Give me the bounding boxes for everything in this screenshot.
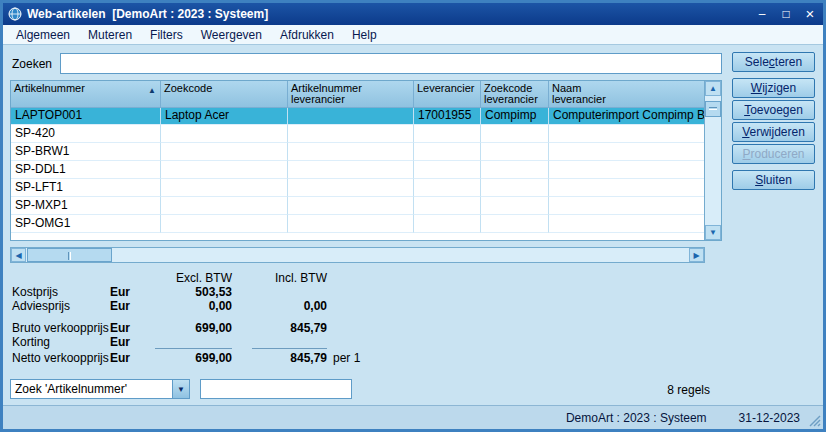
cell-zoekcode <box>161 143 288 161</box>
table-row[interactable]: SP-LFT1 <box>11 179 704 197</box>
cell-zoekcode <box>161 197 288 215</box>
search-label: Zoeken <box>12 57 52 71</box>
scroll-right-icon[interactable]: ▶ <box>689 248 704 262</box>
horizontal-scrollbar[interactable]: ◀ ▶ <box>10 247 705 263</box>
cell-zoekcode-leverancier <box>481 197 549 215</box>
table-row[interactable]: SP-420 <box>11 125 704 143</box>
cell-artikelnummer-leverancier <box>288 125 414 143</box>
dropdown-icon[interactable]: ▼ <box>172 380 189 398</box>
price-label: Netto verkoopprijs <box>12 351 110 365</box>
window-title: Web-artikelen [DemoArt : 2023 : Systeem] <box>27 7 268 21</box>
cell-naam-leverancier <box>549 179 704 197</box>
cell-artikelnummer: SP-MXP1 <box>11 197 161 215</box>
verwijderen-button[interactable]: Verwijderen <box>732 122 815 142</box>
cell-naam-leverancier <box>549 197 704 215</box>
scroll-up-icon[interactable]: ▲ <box>705 81 721 96</box>
cell-artikelnummer-leverancier <box>288 107 414 125</box>
cell-zoekcode <box>161 125 288 143</box>
thumb-grip <box>68 252 71 260</box>
close-icon[interactable]: × <box>802 7 818 21</box>
column-header-artikelnummer-leverancier[interactable]: Artikelnummer leverancier <box>288 81 414 108</box>
status-date: 31-12-2023 <box>739 411 800 425</box>
korting-excl-field[interactable] <box>155 336 232 349</box>
table-row[interactable]: SP-OMG1 <box>11 215 704 233</box>
cell-naam-leverancier: Computerimport Compimp B.V. <box>549 107 704 125</box>
status-context: DemoArt : 2023 : Systeem <box>566 411 707 425</box>
minimize-icon[interactable]: – <box>754 7 770 21</box>
cell-naam-leverancier <box>549 143 704 161</box>
cell-artikelnummer: SP-OMG1 <box>11 215 161 233</box>
column-header-leverancier[interactable]: Leverancier <box>414 81 481 108</box>
price-header-row: Excl. BTW Incl. BTW <box>12 269 432 285</box>
cell-artikelnummer-leverancier <box>288 197 414 215</box>
client-area: Zoeken Selecteren Wijzigen Toevoegen Ver… <box>3 45 823 429</box>
currency-label: Eur <box>110 351 155 365</box>
price-label: Bruto verkoopprijs <box>12 321 110 335</box>
price-excl-value: 699,00 <box>155 351 232 365</box>
row-count-label: 8 regels <box>667 383 710 397</box>
menu-afdrukken[interactable]: Afdrukken <box>271 26 343 44</box>
column-header-naam-leverancier[interactable]: Naam leverancier <box>549 81 704 108</box>
vertical-scrollbar-thumb[interactable] <box>705 101 721 117</box>
cell-artikelnummer-leverancier <box>288 215 414 233</box>
resize-grip[interactable] <box>808 414 821 427</box>
price-row-bruto-verkoopprijs: Bruto verkoopprijs Eur 699,00 845,79 <box>12 321 432 335</box>
price-row-korting: Korting Eur <box>12 335 432 349</box>
currency-label: Eur <box>110 335 155 349</box>
currency-label: Eur <box>110 285 155 299</box>
search-input[interactable] <box>60 53 722 74</box>
cell-leverancier <box>414 125 481 143</box>
table-row[interactable]: SP-BRW1 <box>11 143 704 161</box>
cell-naam-leverancier <box>549 125 704 143</box>
scroll-left-icon[interactable]: ◀ <box>11 248 26 262</box>
table-row[interactable]: SP-DDL1 <box>11 161 704 179</box>
cell-zoekcode-leverancier <box>481 125 549 143</box>
price-excl-value: 699,00 <box>155 321 232 335</box>
toevoegen-button[interactable]: Toevoegen <box>732 100 815 120</box>
search-mode-select[interactable]: Zoek 'Artikelnummer' ▼ <box>10 379 190 399</box>
maximize-icon[interactable]: □ <box>778 7 794 21</box>
quick-search-input[interactable] <box>200 379 352 399</box>
excl-btw-header: Excl. BTW <box>155 271 232 285</box>
vertical-scrollbar[interactable]: ▲ ▼ <box>704 81 721 240</box>
menu-help[interactable]: Help <box>343 26 386 44</box>
cell-zoekcode-leverancier <box>481 161 549 179</box>
table-row[interactable]: LAPTOP001 Laptop Acer 17001955 Compimp C… <box>11 107 704 125</box>
cell-zoekcode: Laptop Acer <box>161 107 288 125</box>
horizontal-scrollbar-thumb[interactable] <box>27 248 112 262</box>
cell-leverancier <box>414 179 481 197</box>
column-header-zoekcode-leverancier[interactable]: Zoekcode leverancier <box>481 81 549 108</box>
price-panel: Excl. BTW Incl. BTW Kostprijs Eur 503,53… <box>12 269 432 365</box>
menu-algemeen[interactable]: Algemeen <box>7 26 79 44</box>
incl-btw-header: Incl. BTW <box>252 271 327 285</box>
cell-artikelnummer: SP-420 <box>11 125 161 143</box>
cell-artikelnummer-leverancier <box>288 143 414 161</box>
produceren-button: Produceren <box>732 144 815 164</box>
currency-label: Eur <box>110 321 155 335</box>
price-label: Adviesprijs <box>12 299 110 313</box>
menu-muteren[interactable]: Muteren <box>79 26 141 44</box>
column-header-artikelnummer[interactable]: Artikelnummer▲ <box>11 81 161 108</box>
sluiten-button[interactable]: Sluiten <box>732 170 815 190</box>
window-controls: – □ × <box>754 7 818 21</box>
korting-incl-field[interactable] <box>252 336 327 349</box>
menu-filters[interactable]: Filters <box>141 26 192 44</box>
wijzigen-button[interactable]: Wijzigen <box>732 78 815 98</box>
articles-table: Artikelnummer▲ Zoekcode Artikelnummer le… <box>10 80 722 241</box>
menubar: Algemeen Muteren Filters Weergeven Afdru… <box>3 25 823 45</box>
cell-naam-leverancier <box>549 161 704 179</box>
app-window: Web-artikelen [DemoArt : 2023 : Systeem]… <box>0 0 826 432</box>
selecteren-button[interactable]: Selecteren <box>732 52 815 72</box>
price-incl-value: 845,79 <box>252 321 327 335</box>
table-row[interactable]: SP-MXP1 <box>11 197 704 215</box>
price-incl-value: 0,00 <box>252 299 327 313</box>
price-label: Kostprijs <box>12 285 110 299</box>
column-header-zoekcode[interactable]: Zoekcode <box>161 81 288 108</box>
titlebar[interactable]: Web-artikelen [DemoArt : 2023 : Systeem]… <box>3 3 823 25</box>
menu-weergeven[interactable]: Weergeven <box>192 26 271 44</box>
scroll-down-icon[interactable]: ▼ <box>705 225 721 240</box>
price-incl-value: 845,79 <box>252 351 327 365</box>
cell-leverancier <box>414 215 481 233</box>
price-row-netto-verkoopprijs: Netto verkoopprijs Eur 699,00 845,79 per… <box>12 349 432 365</box>
cell-artikelnummer-leverancier <box>288 179 414 197</box>
